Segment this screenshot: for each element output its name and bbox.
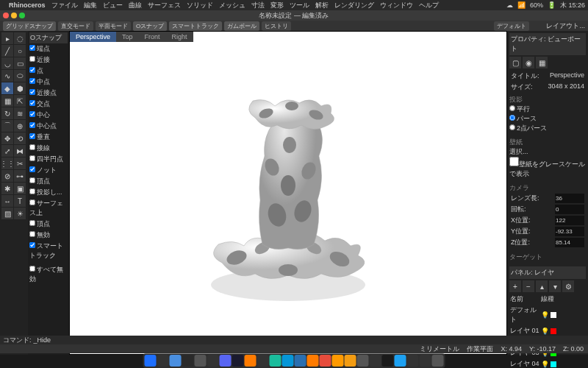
dock-app-17[interactable] xyxy=(357,355,369,367)
cloud-icon[interactable]: ☁ xyxy=(506,1,513,9)
layer-up-icon[interactable]: ▴ xyxy=(536,280,548,292)
polyline-tool[interactable]: ╱ xyxy=(1,45,13,57)
menu-edit[interactable]: 編集 xyxy=(84,1,97,10)
osnap-vertex[interactable]: 頂点 xyxy=(29,176,68,187)
layer-row[interactable]: レイヤ 01💡 xyxy=(509,325,586,336)
osnap-near2[interactable]: 近接点 xyxy=(29,88,68,99)
dock-app-1[interactable] xyxy=(157,355,169,367)
lasso-tool[interactable]: ◌ xyxy=(14,32,26,44)
dock-app-22[interactable] xyxy=(420,355,431,367)
osnap-disable[interactable]: 無効 xyxy=(29,230,68,241)
dock-app-10[interactable] xyxy=(270,355,282,367)
osnap-all-disable[interactable]: すべて無効 xyxy=(29,264,68,285)
dock-app-23[interactable] xyxy=(432,355,444,367)
dock-app-21[interactable] xyxy=(407,355,419,367)
displaymode-select[interactable]: デフォルト xyxy=(494,21,529,31)
fillet-tool[interactable]: ⌒ xyxy=(1,120,13,132)
explode-tool[interactable]: ✱ xyxy=(1,183,13,194)
dock-app-12[interactable] xyxy=(295,355,306,367)
ellipse-tool[interactable]: ⬭ xyxy=(14,70,26,82)
battery-icon[interactable]: 🔋 xyxy=(548,1,556,9)
rotate-tool[interactable]: ⟲ xyxy=(14,132,26,144)
menu-window[interactable]: ウィンドウ xyxy=(380,1,413,10)
gumball-toggle[interactable]: ガムボール xyxy=(224,21,259,31)
minimize-window[interactable] xyxy=(11,13,17,18)
menu-solid[interactable]: ソリッド xyxy=(187,1,213,10)
curve-tool[interactable]: ∿ xyxy=(1,70,13,82)
dock-app-2[interactable] xyxy=(170,355,182,367)
circle-tool[interactable]: ○ xyxy=(14,45,26,57)
menu-transform[interactable]: 変形 xyxy=(270,1,284,10)
osnap-onsurf[interactable]: サーフェス上 xyxy=(29,198,68,219)
dock-app-15[interactable] xyxy=(332,355,344,367)
layer-row[interactable]: レイヤ 04💡 xyxy=(509,358,586,368)
wallpaper-select[interactable]: 選択... xyxy=(509,147,586,157)
layer-color-swatch[interactable] xyxy=(551,328,556,334)
boolean-tool[interactable]: ⊕ xyxy=(14,120,26,132)
osnap-point[interactable]: 点 xyxy=(29,66,68,77)
menu-view[interactable]: ビュー xyxy=(103,1,123,10)
bulb-icon[interactable]: 💡 xyxy=(541,328,549,335)
layer-new-icon[interactable]: + xyxy=(509,280,521,292)
trim-tool[interactable]: ✂ xyxy=(14,158,26,169)
proj-2pt[interactable]: 2点パース xyxy=(509,124,547,132)
proj-perspective[interactable]: パース xyxy=(509,115,537,122)
surface-tool[interactable]: ◆ xyxy=(1,82,13,94)
planar-toggle[interactable]: 平面モード xyxy=(96,21,131,31)
dim-tool[interactable]: ↔ xyxy=(1,195,13,207)
layer-row[interactable]: デフォルト💡 xyxy=(509,305,586,325)
rot-input[interactable] xyxy=(555,205,584,214)
osnap-tan[interactable]: 接線 xyxy=(29,143,68,154)
osnap-vertex2[interactable]: 頂点 xyxy=(29,219,68,230)
props-tab-texture-icon[interactable]: ▦ xyxy=(536,57,548,68)
props-tab-object-icon[interactable]: ▢ xyxy=(509,57,521,68)
tab-right[interactable]: Right xyxy=(166,32,193,42)
osnap-project[interactable]: 投影し... xyxy=(29,187,68,198)
wifi-icon[interactable]: 📶 xyxy=(517,1,526,9)
dock-app-20[interactable] xyxy=(395,355,406,367)
props-tab-material-icon[interactable]: ◉ xyxy=(523,57,534,68)
osnap-smarttrack[interactable]: スマートトラック xyxy=(29,241,68,261)
command-bar[interactable]: コマンド: _Hide xyxy=(0,336,588,344)
dock-app-18[interactable] xyxy=(370,355,381,367)
osnap-cenpt[interactable]: 中心点 xyxy=(29,121,68,132)
osnap-near[interactable]: 近接 xyxy=(29,54,68,66)
camy-input[interactable] xyxy=(555,227,584,236)
revolve-tool[interactable]: ↻ xyxy=(1,107,13,119)
render-tool[interactable]: ☀ xyxy=(14,208,26,219)
mesh-tool[interactable]: ▦ xyxy=(1,95,13,107)
arc-tool[interactable]: ◡ xyxy=(1,57,13,69)
menu-analyze[interactable]: 解析 xyxy=(315,1,329,10)
zoom-window[interactable] xyxy=(19,13,25,18)
join-tool[interactable]: ⊶ xyxy=(14,170,26,182)
menu-file[interactable]: ファイル xyxy=(51,1,78,10)
layout-label[interactable]: レイアウト... xyxy=(546,21,585,31)
camz-input[interactable] xyxy=(555,238,584,247)
gridsnap-toggle[interactable]: グリッドスナップ xyxy=(3,21,56,31)
tab-front[interactable]: Front xyxy=(139,32,166,42)
proj-parallel[interactable]: 平行 xyxy=(509,105,530,113)
group-tool[interactable]: ▣ xyxy=(14,183,26,194)
osnap-mid[interactable]: 中点 xyxy=(29,77,68,88)
move-tool[interactable]: ✥ xyxy=(1,132,13,144)
menu-mesh[interactable]: メッシュ xyxy=(219,1,245,10)
osnap-quad[interactable]: 四半円点 xyxy=(29,154,68,165)
layer-down-icon[interactable]: ▾ xyxy=(549,280,561,292)
dock-app-11[interactable] xyxy=(282,355,294,367)
layer-color-swatch[interactable] xyxy=(551,361,556,367)
layer-filter-icon[interactable]: ⚙ xyxy=(562,280,574,292)
dock-app-8[interactable] xyxy=(245,355,257,367)
loft-tool[interactable]: ≋ xyxy=(14,107,26,119)
pointer-tool[interactable]: ▸ xyxy=(1,32,13,44)
scale-tool[interactable]: ⤢ xyxy=(1,145,13,157)
app-name[interactable]: Rhinoceros xyxy=(9,1,46,9)
dock-app-3[interactable] xyxy=(182,355,194,367)
text-tool[interactable]: T xyxy=(14,195,26,207)
osnap-knot[interactable]: ノット xyxy=(29,165,68,176)
menu-curve[interactable]: 曲線 xyxy=(129,1,142,10)
lens-input[interactable] xyxy=(555,194,584,203)
dock-app-14[interactable] xyxy=(320,355,331,367)
array-tool[interactable]: ⋮⋮ xyxy=(1,158,13,169)
osnap-end[interactable]: 端点 xyxy=(29,43,68,54)
viewport[interactable]: Perspective Top Front Right xyxy=(69,31,507,355)
